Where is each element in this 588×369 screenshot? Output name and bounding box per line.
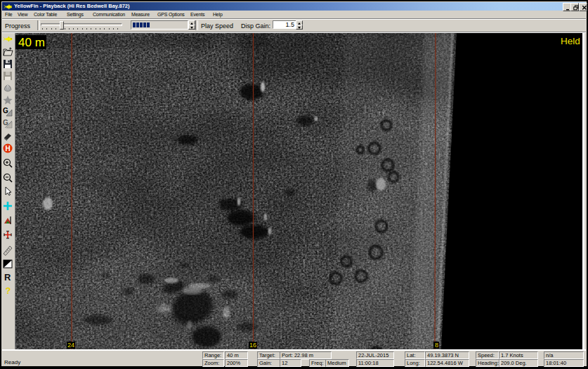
svg-text:24: 24	[67, 342, 74, 349]
svg-text:H: H	[5, 145, 10, 153]
svg-text:R: R	[4, 272, 11, 283]
svg-text:Held: Held	[561, 36, 580, 46]
svg-text:?: ?	[6, 285, 11, 296]
svg-text:40 m: 40 m	[18, 36, 45, 49]
svg-text:16: 16	[249, 342, 256, 349]
svg-text:G: G	[3, 107, 8, 115]
svg-text:8: 8	[435, 342, 438, 349]
